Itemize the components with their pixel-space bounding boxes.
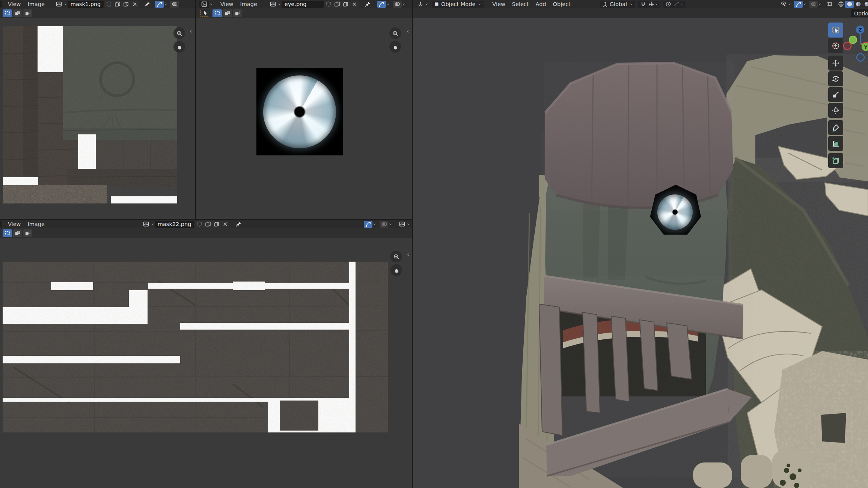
chevron-down-icon[interactable] (803, 1, 807, 7)
options-dropdown[interactable]: Options (851, 9, 868, 17)
pin-icon[interactable] (363, 1, 372, 8)
copy-icon[interactable] (203, 221, 212, 228)
pan-hand-icon[interactable] (389, 41, 401, 53)
tool-scale[interactable] (828, 87, 843, 102)
chevron-down-icon[interactable] (277, 1, 282, 7)
tool-add-cube[interactable] (828, 153, 843, 168)
shading-material-icon[interactable] (854, 1, 862, 8)
editor-type-icon[interactable] (0, 221, 2, 227)
shading-wireframe-icon[interactable] (836, 1, 845, 8)
menu-object[interactable]: Object (550, 1, 574, 7)
show-gizmo-icon[interactable] (779, 1, 788, 8)
box-select-icon[interactable] (3, 9, 12, 17)
pin-icon[interactable] (143, 1, 151, 8)
box-select-icon[interactable] (3, 229, 12, 237)
shading-rendered-icon[interactable] (862, 1, 868, 8)
eye-canvas[interactable]: ‹ (196, 18, 412, 219)
overlay-icon[interactable] (393, 1, 402, 8)
zoom-icon[interactable] (390, 251, 402, 262)
chevron-down-icon[interactable] (818, 1, 822, 7)
image-name-field[interactable]: mask22.png (155, 221, 194, 228)
unpack-icon[interactable] (342, 1, 350, 8)
overlay-icon[interactable] (170, 1, 179, 8)
menu-view[interactable]: View (217, 1, 237, 7)
tool-rotate[interactable] (828, 71, 843, 86)
zoom-icon[interactable] (173, 27, 185, 39)
tool-measure[interactable] (828, 136, 843, 151)
zoom-icon[interactable] (389, 27, 401, 39)
chevron-down-icon[interactable] (402, 1, 406, 7)
navigation-gizmo[interactable]: Z Y (837, 21, 868, 66)
proportional-group[interactable] (663, 1, 686, 8)
select-extend-icon[interactable] (223, 9, 232, 17)
overlay-icon[interactable] (380, 221, 388, 228)
unpack-icon[interactable] (212, 221, 221, 228)
transform-orientation[interactable]: Global (600, 1, 635, 8)
editor-type-3d-icon[interactable] (416, 1, 425, 8)
select-subtract-icon[interactable] (233, 9, 242, 17)
viewport-canvas[interactable] (413, 18, 868, 488)
chevron-down-icon[interactable] (406, 221, 410, 227)
shield-icon[interactable] (195, 221, 203, 228)
copy-icon[interactable] (113, 1, 122, 8)
copy-icon[interactable] (333, 1, 342, 8)
chevron-down-icon[interactable] (63, 1, 68, 7)
area-divider-vertical-main[interactable] (412, 0, 413, 488)
pin-icon[interactable] (234, 221, 243, 228)
chevron-down-icon[interactable] (386, 1, 390, 7)
shading-solid-icon[interactable] (845, 1, 854, 8)
chevron-down-icon[interactable] (372, 221, 377, 227)
chevron-down-icon[interactable] (209, 1, 213, 7)
close-icon[interactable] (130, 1, 139, 8)
menu-view[interactable]: View (5, 221, 24, 227)
shield-icon[interactable] (324, 1, 333, 8)
box-select-icon[interactable] (212, 9, 222, 17)
select-subtract-icon[interactable] (23, 9, 32, 17)
image-datablock-icon[interactable] (142, 221, 151, 228)
shield-icon[interactable] (104, 1, 113, 8)
gizmo-icon[interactable] (377, 1, 386, 8)
menu-image[interactable]: Image (24, 1, 48, 7)
region-collapse-icon[interactable]: ‹ (407, 28, 409, 34)
gizmo-icon[interactable] (155, 1, 164, 8)
editor-type-icon[interactable] (0, 1, 2, 8)
mask22-canvas[interactable]: ‹ (0, 241, 412, 488)
unpack-icon[interactable] (122, 1, 130, 8)
image-datablock-icon[interactable] (55, 1, 63, 8)
snap-group[interactable] (638, 1, 660, 8)
area-divider-vertical-top[interactable] (195, 0, 196, 219)
gizmo-icon[interactable] (364, 221, 372, 228)
tool-annotate[interactable] (828, 120, 843, 135)
menu-view[interactable]: View (5, 1, 24, 7)
region-collapse-icon[interactable]: ‹ (190, 28, 192, 34)
menu-image[interactable]: Image (24, 221, 48, 227)
tool-transform[interactable] (828, 103, 843, 118)
tweak-cursor-icon[interactable] (200, 9, 209, 17)
image-pivot-icon[interactable] (398, 221, 406, 228)
chevron-down-icon[interactable] (151, 221, 155, 227)
region-collapse-icon[interactable]: ‹ (407, 252, 409, 258)
select-extend-icon[interactable] (13, 9, 22, 17)
chevron-down-icon[interactable] (788, 1, 792, 7)
gizmo-icon[interactable] (794, 1, 803, 8)
chevron-down-icon[interactable] (164, 1, 168, 7)
chevron-down-icon[interactable] (388, 221, 392, 227)
area-divider-horizontal[interactable] (0, 219, 412, 220)
menu-select[interactable]: Select (509, 1, 532, 7)
menu-add[interactable]: Add (532, 1, 550, 7)
select-subtract-icon[interactable] (23, 229, 32, 237)
image-datablock-icon[interactable] (269, 1, 277, 8)
image-name-field[interactable]: mask1.png (68, 1, 104, 8)
chevron-down-icon[interactable] (425, 1, 429, 7)
pan-hand-icon[interactable] (173, 41, 185, 53)
editor-type-image-icon[interactable] (199, 1, 209, 8)
image-name-field[interactable]: eye.png (282, 1, 324, 8)
pan-hand-icon[interactable] (390, 264, 402, 276)
overlay-icon[interactable] (809, 1, 818, 8)
menu-image[interactable]: Image (237, 1, 260, 7)
xray-toggle-icon[interactable] (825, 1, 833, 8)
select-extend-icon[interactable] (13, 229, 22, 237)
mode-selector[interactable]: Object Mode (432, 1, 484, 8)
mask1-canvas[interactable]: ‹ (0, 18, 195, 219)
menu-view[interactable]: View (489, 1, 508, 7)
